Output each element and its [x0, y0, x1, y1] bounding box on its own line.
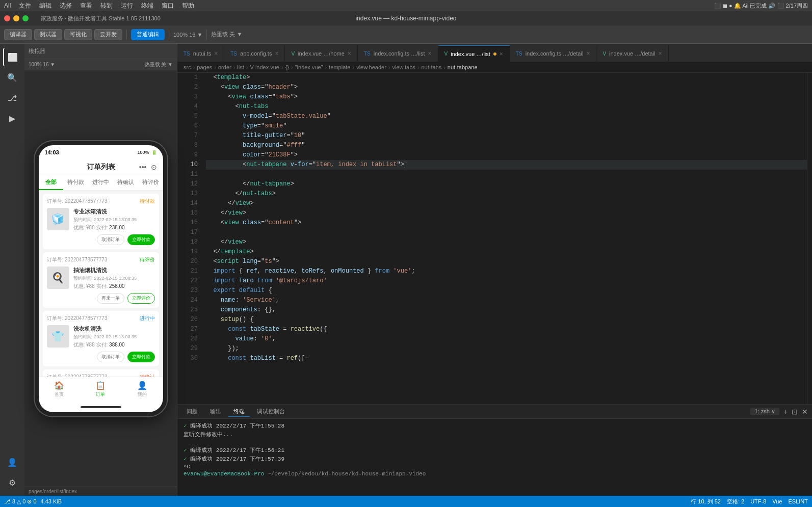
menu-window[interactable]: 窗口 — [162, 2, 174, 10]
order-status-badge: 待付款 — [140, 198, 155, 205]
activity-search-icon[interactable]: 🔍 — [3, 68, 21, 87]
file-size-status[interactable]: 4.43 KiB — [41, 498, 62, 504]
activity-account-icon[interactable]: 👤 — [3, 453, 21, 471]
phone-tab-pending-eval[interactable]: 待评价 — [138, 175, 163, 190]
tester-button[interactable]: 测试器 — [34, 29, 62, 40]
tab-close-icon-6[interactable]: × — [586, 50, 590, 57]
tab-index-config-list[interactable]: TS index.config.ts …/list × — [358, 45, 438, 62]
bc-obj[interactable]: {} — [285, 64, 289, 70]
terminal-line: 监听文件修改中... — [184, 431, 806, 438]
tab-index-list[interactable]: V index.vue …/list × — [438, 45, 510, 62]
menu-terminal[interactable]: 终端 — [141, 2, 153, 10]
bc-order[interactable]: order — [218, 64, 231, 70]
evaluate-btn[interactable]: 立即评价 — [127, 293, 155, 304]
cursor-position-status[interactable]: 行 10, 列 52 — [691, 498, 721, 505]
bc-viewheader[interactable]: view.header — [356, 64, 386, 70]
tab-index-detail[interactable]: V index.vue …/detail × — [596, 45, 668, 62]
nav-home-label: 首页 — [55, 391, 64, 398]
bc-pages[interactable]: pages — [197, 64, 212, 70]
tab-close-icon-3[interactable]: × — [348, 50, 351, 57]
tab-close-icon-4[interactable]: × — [428, 50, 432, 57]
tab-close-icon-7[interactable]: × — [659, 50, 662, 57]
locate-icon[interactable]: ⊙ — [151, 163, 157, 171]
nav-orders[interactable]: 📋 订单 — [80, 377, 121, 402]
tab-nutui[interactable]: TS nutui.ts × — [177, 45, 224, 62]
tab-index-config-detail[interactable]: TS index.config.ts …/detail × — [510, 45, 597, 62]
reorder-btn[interactable]: 再来一单 — [97, 293, 124, 304]
nav-profile[interactable]: 👤 我的 — [121, 377, 163, 402]
tab-close-icon[interactable]: × — [214, 50, 218, 57]
cancel-order-btn[interactable]: 取消订单 — [97, 234, 124, 245]
bc-indexvue2[interactable]: "index.vue" — [295, 64, 323, 70]
menu-edit[interactable]: 编辑 — [39, 2, 51, 10]
phone-tab-pending-confirm[interactable]: 待确认 — [113, 175, 138, 190]
menu-view[interactable]: 查看 — [80, 2, 92, 10]
menu-select[interactable]: 选择 — [60, 2, 72, 10]
bc-template[interactable]: template — [329, 64, 350, 70]
activity-settings-icon[interactable]: ⚙ — [3, 473, 21, 492]
pay-btn-2[interactable]: 立即付款 — [127, 352, 155, 362]
menu-file[interactable]: 文件 — [19, 2, 31, 10]
menu-run[interactable]: 运行 — [121, 2, 133, 10]
bc-indexvue[interactable]: V index.vue — [250, 64, 279, 70]
code-editor[interactable]: 1 2 3 4 5 6 7 8 9 10 11 12 13 14 15 16 1 — [181, 73, 807, 404]
eslint-status[interactable]: ESLINT — [788, 498, 808, 504]
maximize-button[interactable] — [22, 15, 29, 21]
shell-label[interactable]: 1: zsh ∨ — [750, 408, 779, 415]
language-status[interactable]: Vue — [772, 498, 782, 504]
phone-tab-all[interactable]: 全部 — [39, 175, 64, 190]
activity-git-icon[interactable]: ⎇ — [3, 89, 21, 107]
bc-src[interactable]: src — [184, 64, 191, 70]
close-panel-icon[interactable]: ✕ — [802, 408, 808, 416]
phone-frame: 14:03 100% 🔋 订单列表 ••• ⊙ 全部 — [35, 141, 167, 416]
activity-run-icon[interactable]: ▶ — [3, 109, 21, 127]
menu-ail[interactable]: Ail — [4, 2, 11, 9]
compiler-button[interactable]: 编译器 — [4, 29, 32, 40]
visual-button[interactable]: 可视化 — [64, 29, 92, 40]
cancel-order-btn-2[interactable]: 取消订单 — [97, 352, 124, 362]
phone-header: 订单列表 ••• ⊙ — [39, 159, 163, 175]
order-name: 抽油烟机清洗 — [73, 266, 155, 274]
encoding-status[interactable]: UTF-8 — [750, 498, 766, 504]
git-branch-status[interactable]: ⎇ 8 △ 0 ⊗ 0 — [4, 498, 37, 505]
tab-close-icon-2[interactable]: × — [275, 50, 278, 57]
cloud-dev-button[interactable]: 云开发 — [94, 29, 122, 40]
more-icon[interactable]: ••• — [139, 163, 147, 171]
bc-nuttabpane[interactable]: nut-tabpane — [448, 64, 478, 70]
minimize-button[interactable] — [13, 15, 19, 21]
terminal-tab-debug[interactable]: 调试控制台 — [252, 407, 290, 417]
add-terminal-icon[interactable]: + — [783, 408, 788, 416]
normal-edit-button[interactable]: 普通编辑 — [131, 29, 165, 40]
tab-close-icon-5[interactable]: × — [500, 50, 503, 58]
pay-now-btn[interactable]: 立即付款 — [127, 234, 155, 245]
code-content[interactable]: <template> <view class="header"> <view c… — [202, 73, 807, 404]
zoom-label[interactable]: 100% 16 ▼ — [173, 32, 202, 38]
split-terminal-icon[interactable]: ⊡ — [792, 408, 798, 416]
activity-explorer-icon[interactable]: ⬜ — [3, 48, 21, 66]
nav-home[interactable]: 🏠 首页 — [39, 377, 80, 402]
terminal-tab-output[interactable]: 输出 — [205, 407, 226, 417]
bc-nuttabs[interactable]: nut-tabs — [421, 64, 441, 70]
minimap — [807, 73, 812, 404]
indent-status[interactable]: 空格: 2 — [727, 498, 744, 505]
phone-tab-in-progress[interactable]: 进行中 — [88, 175, 113, 190]
menu-goto[interactable]: 转到 — [100, 2, 113, 10]
hot-reload-status: 热重载 关 ▼ — [145, 61, 173, 68]
bc-list[interactable]: list — [237, 64, 244, 70]
home-icon: 🏠 — [54, 381, 64, 390]
terminal-tab-terminal[interactable]: 终端 — [228, 407, 250, 417]
terminal-line: ✓ 编译成功 2022/2/17 下午1:57:39 — [184, 455, 806, 463]
line-num-7: 7 — [181, 131, 202, 141]
tab-index-home[interactable]: V index.vue …/home × — [285, 45, 357, 62]
terminal-line — [184, 439, 806, 445]
bc-viewtabs[interactable]: view.tabs — [392, 64, 415, 70]
terminal-tab-problems[interactable]: 问题 — [181, 407, 203, 417]
phone-tab-pending-pay[interactable]: 待付款 — [63, 175, 88, 190]
main-layout: ⬜ 🔍 ⎇ ▶ 👤 ⚙ 模拟器 100% 16 ▼ 热重载 关 ▼ 14:03 … — [0, 44, 812, 496]
order-image: 🍳 — [47, 266, 69, 289]
simulator-toolbar: 模拟器 — [24, 44, 177, 59]
close-button[interactable] — [4, 15, 10, 21]
tab-app-config[interactable]: TS app.config.ts × — [224, 45, 285, 62]
menu-help[interactable]: 帮助 — [182, 2, 194, 10]
hot-reload-label[interactable]: 热重载 关 ▼ — [211, 31, 242, 38]
